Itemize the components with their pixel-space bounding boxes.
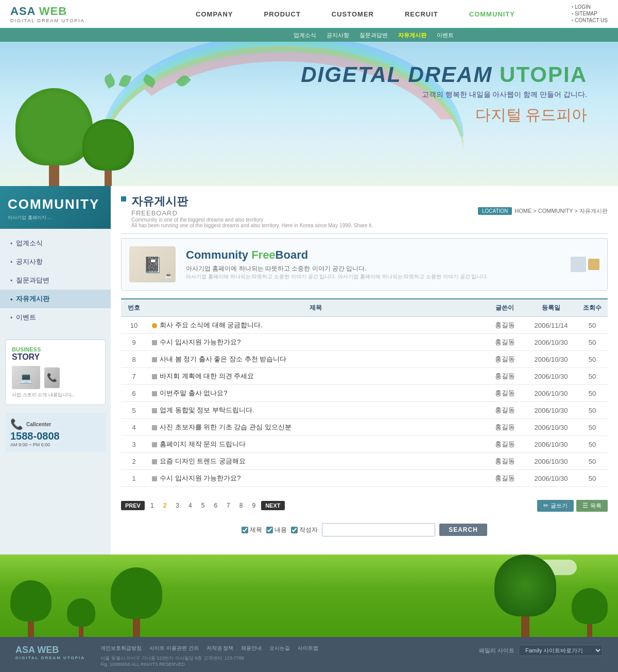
table-row[interactable]: 9 수시 입사지원 가능한가요? 홍길동 2006/10/30 50 bbox=[121, 334, 608, 351]
page-num-3[interactable]: 3 bbox=[172, 501, 183, 510]
write-button[interactable]: ✏ 글쓰기 bbox=[537, 500, 574, 512]
page-num-8[interactable]: 8 bbox=[236, 501, 247, 510]
nav-company[interactable]: COMPANY bbox=[196, 10, 233, 18]
page-num-7[interactable]: 7 bbox=[223, 501, 234, 510]
cell-author: 홍길동 bbox=[484, 470, 525, 487]
search-check-content[interactable]: 내용 bbox=[266, 526, 287, 534]
page-num-9[interactable]: 9 bbox=[248, 501, 259, 510]
sidebar-item-0[interactable]: 업계소식 bbox=[0, 234, 111, 253]
grass-tree-trunk-5 bbox=[587, 624, 592, 637]
grass-tree-1 bbox=[10, 580, 52, 637]
table-row[interactable]: 3 홈페이지 제작 문의 드립니다 홍길동 2006/10/30 50 bbox=[121, 436, 608, 453]
hero-title: DIGETAL DREAM UTOPIA bbox=[301, 62, 587, 87]
breadcrumb-area: LOCATION HOME > COMMUNITY > 자유게시판 bbox=[478, 207, 608, 215]
leaf-4 bbox=[176, 73, 192, 89]
family-select[interactable]: Family 사이트바로가기 bbox=[519, 645, 603, 656]
sub-nav-item-1[interactable]: 공지사항 bbox=[327, 31, 349, 39]
location-badge: LOCATION bbox=[478, 207, 512, 215]
sub-nav-item-0[interactable]: 업계소식 bbox=[294, 31, 316, 39]
laptop-icon: 💻 bbox=[12, 366, 40, 389]
page-num-6[interactable]: 6 bbox=[210, 501, 221, 510]
cell-title[interactable]: 사진 초보자를 위한 기초 강습 관심 있으신분 bbox=[147, 419, 484, 436]
table-row[interactable]: 7 바지회 계획에 대한 의견 주세요 홍길동 2006/10/30 50 bbox=[121, 368, 608, 385]
board-banner-graphic bbox=[571, 257, 599, 272]
next-button[interactable]: NEXT bbox=[261, 501, 284, 510]
nav-community[interactable]: COMMUNITY bbox=[469, 10, 515, 18]
sidebar-item-3[interactable]: 자유게시판 bbox=[0, 290, 111, 308]
table-row[interactable]: 5 업계 동합및 정보 부탁드립니다. 홍길동 2006/10/30 50 bbox=[121, 402, 608, 419]
search-button[interactable]: SEARCH bbox=[439, 524, 487, 536]
cell-title[interactable]: 바지회 계획에 대한 의견 주세요 bbox=[147, 368, 484, 385]
sidebar-business: BUSINESS STORY 💻 📞 사업 스토리 소개 내용입니다... bbox=[5, 340, 106, 405]
sidebar-item-1[interactable]: 공지사항 bbox=[0, 253, 111, 271]
nav-product[interactable]: PRODUCT bbox=[264, 10, 301, 18]
cell-title[interactable]: 업계 동합및 정보 부탁드립니다. bbox=[147, 402, 484, 419]
cell-title[interactable]: 요즘 디자인 트렌드 궁금해요 bbox=[147, 453, 484, 470]
logo-tagline: DIGITAL DREAM UTOPIA bbox=[10, 18, 103, 23]
footer-copyright: Fig. 10080656 ALL RIGHTS RESERVED bbox=[100, 662, 464, 667]
board-title-text: 자유게시판 FREEBOARD Community is one of the … bbox=[131, 194, 373, 228]
sub-nav-item-2[interactable]: 질문과답변 bbox=[359, 31, 388, 39]
cell-title[interactable]: 홈페이지 제작 문의 드립니다 bbox=[147, 436, 484, 453]
cell-views: 50 bbox=[577, 470, 608, 487]
cell-date: 2006/10/30 bbox=[525, 334, 577, 351]
prev-button[interactable]: PREV bbox=[121, 501, 145, 510]
row-icon bbox=[152, 340, 157, 345]
check-content-label: 내용 bbox=[274, 526, 287, 534]
row-icon bbox=[152, 357, 157, 362]
footer-link[interactable]: 사이트 이용관련 건의 bbox=[149, 645, 199, 652]
nav-recruit[interactable]: RECRUIT bbox=[405, 10, 438, 18]
check-title-input[interactable] bbox=[242, 527, 248, 533]
cell-title[interactable]: 회사 주요 소식에 대해 궁금합니다. bbox=[147, 317, 484, 334]
sub-nav: 업계소식 공지사항 질문과답변 자유게시판 이벤트 bbox=[0, 29, 618, 42]
table-row[interactable]: 6 이번주말 출사 없나요? 홍길동 2006/10/30 50 bbox=[121, 385, 608, 402]
cell-date: 2006/10/30 bbox=[525, 351, 577, 368]
logo-area: ASA WEB DIGITAL DREAM UTOPIA bbox=[10, 5, 103, 23]
cell-num: 8 bbox=[121, 351, 147, 368]
cell-num: 5 bbox=[121, 402, 147, 419]
sub-nav-item-4[interactable]: 이벤트 bbox=[437, 31, 454, 39]
table-row[interactable]: 8 사내 봄 정기 출사 좋은 장소 추천 받습니다 홍길동 2006/10/3… bbox=[121, 351, 608, 368]
search-input[interactable] bbox=[322, 523, 435, 536]
cell-author: 홍길동 bbox=[484, 317, 525, 334]
footer-link[interactable]: 오시는길 bbox=[269, 645, 290, 652]
top-link-login[interactable]: LOGIN bbox=[572, 4, 608, 10]
top-link-sitemap[interactable]: SITEMAP bbox=[572, 11, 608, 16]
footer-link[interactable]: 채용안내 bbox=[241, 645, 262, 652]
pagination: PREV123456789NEXT bbox=[121, 501, 285, 510]
cell-title[interactable]: 수시 입사지원 가능한가요? bbox=[147, 334, 484, 351]
sidebar-item-4[interactable]: 이벤트 bbox=[0, 308, 111, 327]
grass-tree-trunk-3 bbox=[133, 619, 140, 637]
check-author-label: 작성자 bbox=[299, 526, 318, 534]
page-num-2[interactable]: 2 bbox=[160, 501, 170, 510]
check-content-input[interactable] bbox=[266, 527, 273, 533]
list-button[interactable]: ☰ 목록 bbox=[576, 500, 608, 512]
footer-link[interactable]: 저작권 정책 bbox=[207, 645, 234, 652]
cell-views: 50 bbox=[577, 334, 608, 351]
col-date: 등록일 bbox=[525, 299, 577, 317]
table-header-row: 번호 제목 글쓴이 등록일 조회수 bbox=[121, 299, 608, 317]
board-area: 자유게시판 FREEBOARD Community is one of the … bbox=[111, 186, 618, 555]
cell-title[interactable]: 사내 봄 정기 출사 좋은 장소 추천 받습니다 bbox=[147, 351, 484, 368]
cell-title[interactable]: 수시 입사지원 가능한가요? bbox=[147, 470, 484, 487]
page-num-4[interactable]: 4 bbox=[185, 501, 196, 510]
search-check-title[interactable]: 제목 bbox=[242, 526, 262, 534]
footer-link[interactable]: 개인보호취급방침 bbox=[100, 645, 142, 652]
search-check-author[interactable]: 작성자 bbox=[291, 526, 318, 534]
check-author-input[interactable] bbox=[291, 527, 298, 533]
top-link-contact[interactable]: CONTACT US bbox=[572, 18, 608, 23]
page-num-5[interactable]: 5 bbox=[198, 501, 209, 510]
table-row[interactable]: 2 요즘 디자인 트렌드 궁금해요 홍길동 2006/10/30 50 bbox=[121, 453, 608, 470]
sidebar-item-2[interactable]: 질문과답변 bbox=[0, 271, 111, 290]
phone-icon: 📞 bbox=[44, 367, 60, 388]
cell-title[interactable]: 이번주말 출사 없나요? bbox=[147, 385, 484, 402]
sub-nav-item-3[interactable]: 자유게시판 bbox=[398, 31, 426, 39]
page-num-1[interactable]: 1 bbox=[147, 501, 158, 510]
table-row[interactable]: 1 수시 입사지원 가능한가요? 홍길동 2006/10/30 50 bbox=[121, 470, 608, 487]
search-bar: 제목 내용 작성자 SEARCH bbox=[121, 523, 608, 536]
nav-customer[interactable]: CUSTOMER bbox=[332, 10, 374, 18]
table-row[interactable]: 10 회사 주요 소식에 대해 궁금합니다. 홍길동 2006/11/14 50 bbox=[121, 317, 608, 334]
grass-tree-top-2 bbox=[67, 598, 95, 627]
table-row[interactable]: 4 사진 초보자를 위한 기초 강습 관심 있으신분 홍길동 2006/10/3… bbox=[121, 419, 608, 436]
footer-link[interactable]: 사이트맵 bbox=[298, 645, 318, 652]
